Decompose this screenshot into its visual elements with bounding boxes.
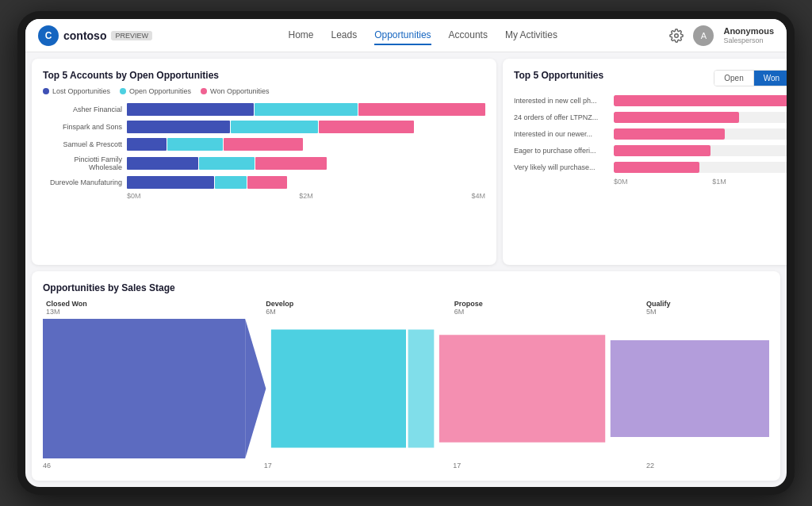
stage-headers: Closed Won13MDevelop6MPropose6MQualify5M [43, 300, 769, 316]
bar-segment [255, 157, 327, 170]
bar-label: Finspark and Sons [43, 123, 122, 131]
bar-row: Samuel & Prescott [43, 138, 485, 151]
top-opportunities-card: Top 5 Opportunities Open Won Lost Intere… [503, 59, 787, 265]
tab-open[interactable]: Open [714, 71, 753, 86]
bar-segment [127, 157, 198, 170]
tab-group: Open Won Lost [714, 70, 787, 86]
svg-marker-6 [611, 340, 769, 437]
stage-count-1: 17 [264, 462, 387, 470]
top-opps-title: Top 5 Opportunities [514, 70, 603, 81]
bar-segment [358, 103, 485, 116]
opp-row: 24 orders of offer LTPNZ...$1.51M [514, 112, 787, 123]
stage-header-3: Qualify5M [646, 300, 769, 316]
logo-icon: C [38, 25, 59, 46]
stage-count-3: 22 [646, 462, 769, 470]
nav-links: Home Leads Opportunities Accounts My Act… [176, 26, 669, 45]
legend-open: Open Opportunities [120, 87, 191, 95]
bar-label: Asher Financial [43, 105, 122, 113]
opp-bar-fill [614, 128, 725, 140]
logo-text: contoso [63, 29, 106, 42]
legend-lost: Lost Opportunities [43, 87, 110, 95]
funnel-chart-area: Closed Won13MDevelop6MPropose6MQualify5M… [43, 300, 769, 470]
stage-count-2: 17 [453, 462, 580, 470]
opp-bar-fill [614, 145, 710, 156]
nav-my-activities[interactable]: My Activities [505, 26, 557, 45]
opp-bar-fill [614, 95, 787, 106]
user-role: Salesperson [723, 36, 774, 45]
stage-header-1: Develop6M [266, 300, 389, 316]
tab-won[interactable]: Won [754, 71, 787, 86]
legend-won-label: Won Opportunities [210, 87, 269, 95]
settings-icon[interactable] [669, 29, 684, 43]
opp-row-label: Interested in our newer... [514, 130, 609, 138]
bar-segment [127, 176, 214, 189]
opp-bar-wrap [614, 145, 787, 156]
bar-segment [215, 176, 247, 189]
opp-bar-chart: Interested in new cell ph...$2.15M24 ord… [514, 95, 787, 173]
opp-row-label: 24 orders of offer LTPNZ... [514, 113, 609, 121]
top-accounts-title: Top 5 Accounts by Open Opportunities [43, 70, 485, 81]
sales-stage-title: Opportunities by Sales Stage [43, 282, 769, 293]
x-axis: $0M $2M $4M [43, 192, 485, 200]
svg-marker-3 [271, 330, 406, 448]
bar-group [127, 121, 414, 133]
opp-bar-wrap [614, 112, 787, 123]
device-frame: C contoso PREVIEW Home Leads Opportuniti… [17, 11, 795, 495]
legend-lost-dot [43, 88, 49, 94]
svg-marker-5 [439, 335, 605, 442]
svg-point-0 [675, 33, 679, 37]
opp-bar-wrap [614, 95, 787, 106]
stage-counts: 46171722 [43, 462, 769, 470]
legend-open-dot [120, 88, 126, 94]
legend-won-dot [201, 88, 207, 94]
top-accounts-card: Top 5 Accounts by Open Opportunities Los… [32, 59, 496, 265]
user-name: Anonymous [723, 26, 774, 36]
stage-header-0: Closed Won13M [46, 300, 201, 316]
bar-segment [199, 157, 255, 170]
legend: Lost Opportunities Open Opportunities Wo… [43, 87, 485, 95]
opp-bar-wrap [614, 162, 787, 173]
opp-bar-wrap [614, 128, 787, 140]
bar-label: Pinciotti Family Wholesale [43, 155, 122, 171]
opp-bar-fill [614, 162, 699, 173]
bar-segment [127, 121, 230, 133]
nav-accounts[interactable]: Accounts [449, 26, 488, 45]
bar-segment [319, 121, 414, 133]
bar-row: Durevole Manufaturing [43, 176, 485, 189]
bar-label: Durevole Manufaturing [43, 178, 122, 186]
nav-leads[interactable]: Leads [331, 26, 357, 45]
main-content: Top 5 Accounts by Open Opportunities Los… [25, 52, 787, 487]
stage-header-2: Propose6M [454, 300, 581, 316]
opp-row-label: Very likely will purchase... [514, 163, 609, 171]
logo-area: C contoso PREVIEW [38, 25, 152, 46]
preview-badge: PREVIEW [111, 31, 152, 40]
bar-segment [231, 121, 318, 133]
top-row: Top 5 Accounts by Open Opportunities Los… [32, 59, 780, 265]
bar-chart: Asher FinancialFinspark and SonsSamuel &… [43, 103, 485, 189]
bar-group [127, 157, 327, 170]
legend-lost-label: Lost Opportunities [52, 87, 110, 95]
sales-stage-card: Opportunities by Sales Stage Closed Won1… [32, 271, 780, 481]
bar-row: Pinciotti Family Wholesale [43, 155, 485, 171]
bar-segment [127, 138, 167, 151]
svg-marker-4 [408, 330, 435, 448]
opp-x-axis: $0M $1M $2M [514, 178, 787, 186]
bar-group [127, 103, 485, 116]
legend-open-label: Open Opportunities [129, 87, 191, 95]
opp-row-label: Eager to purchase offeri... [514, 147, 609, 155]
avatar: A [693, 25, 714, 46]
bar-segment [167, 138, 223, 151]
svg-marker-1 [43, 319, 245, 458]
bar-label: Samuel & Prescott [43, 140, 122, 148]
opp-row: Interested in new cell ph...$2.15M [514, 95, 787, 106]
bar-segment [247, 176, 287, 189]
user-info: Anonymous Salesperson [723, 26, 774, 45]
svg-marker-2 [245, 319, 266, 458]
bar-group [127, 138, 303, 151]
nav-home[interactable]: Home [288, 26, 313, 45]
funnel-svg [43, 319, 769, 458]
funnel-blocks [43, 319, 769, 458]
legend-won: Won Opportunities [201, 87, 269, 95]
nav-opportunities[interactable]: Opportunities [374, 26, 431, 45]
bar-group [127, 176, 287, 189]
